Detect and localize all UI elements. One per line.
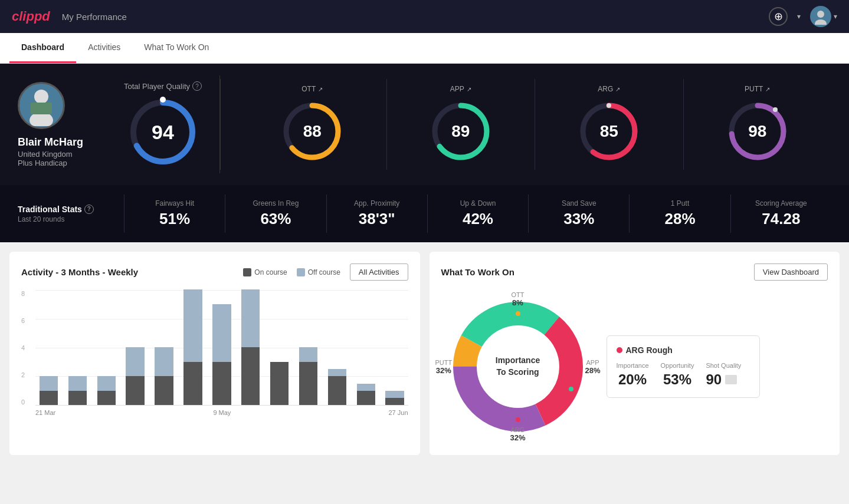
add-button[interactable]: ⊕ — [769, 7, 788, 26]
putt-ring: 98 — [725, 99, 790, 164]
on-course-icon — [243, 268, 251, 276]
y-axis-labels: 8 6 4 2 0 — [21, 290, 25, 406]
player-name: Blair McHarg — [18, 136, 83, 149]
tabs-nav: Dashboard Activities What To Work On — [0, 33, 849, 64]
chart-bars — [35, 290, 408, 406]
trad-1-putt: 1 Putt 28% — [629, 195, 730, 233]
main-content: Activity - 3 Months - Weekly On course O… — [0, 242, 849, 465]
header-right: ⊕ ▾ ▾ — [769, 6, 837, 27]
activity-header: Activity - 3 Months - Weekly On course O… — [21, 263, 408, 281]
legend-off-course: Off course — [297, 268, 340, 276]
bar-group-12 — [353, 384, 379, 406]
plus-icon: ⊕ — [774, 10, 783, 23]
total-quality-ring: 94 — [127, 97, 198, 167]
shot-quality-bar — [725, 375, 737, 384]
trad-greens-in-reg: Greens In Reg 63% — [225, 195, 326, 233]
player-photo — [24, 85, 59, 126]
svg-point-0 — [817, 11, 824, 18]
player-avatar — [18, 82, 65, 129]
logo-text: clippd — [12, 9, 50, 24]
bar-off-3 — [97, 376, 116, 391]
putt-label: PUTT ↗ — [745, 85, 770, 93]
activity-title: Activity - 3 Months - Weekly — [21, 267, 138, 277]
bar-group-5 — [151, 347, 178, 405]
user-dropdown-arrow: ▾ — [834, 12, 837, 21]
player-info: Blair McHarg United Kingdom Plus Handica… — [18, 82, 124, 167]
y-label-0: 0 — [21, 398, 25, 406]
donut-center: Importance To Scoring — [496, 355, 540, 378]
work-on-title: What To Work On — [441, 267, 514, 277]
bar-off-1 — [40, 376, 58, 391]
y-label-6: 6 — [21, 317, 25, 324]
total-quality-value: 94 — [152, 121, 174, 144]
bar-off-7 — [212, 304, 231, 362]
svg-point-25 — [569, 387, 573, 391]
arg-label: ARG ↗ — [598, 85, 620, 93]
tab-dashboard[interactable]: Dashboard — [9, 33, 76, 63]
donut-label-app: APP 28% — [585, 359, 600, 375]
quality-app: APP ↗ 89 — [387, 79, 536, 170]
activity-panel: Activity - 3 Months - Weekly On course O… — [9, 252, 420, 455]
x-label-may: 9 May — [213, 409, 231, 416]
quality-arg: ARG ↗ 85 — [535, 79, 684, 170]
header-left: clippd My Performance — [12, 9, 127, 24]
bar-on-9 — [270, 362, 289, 406]
info-card-name: ARG Rough — [626, 345, 673, 355]
app-value: 89 — [451, 122, 470, 141]
bar-off-4 — [126, 347, 144, 376]
putt-arrow-icon: ↗ — [765, 86, 770, 93]
logo: clippd — [12, 9, 50, 24]
bar-on-10 — [299, 362, 317, 406]
bar-off-13 — [385, 391, 404, 398]
avatar — [810, 6, 831, 27]
x-label-mar: 21 Mar — [35, 409, 55, 416]
donut-label-putt: PUTT 32% — [435, 359, 453, 375]
user-avatar-button[interactable]: ▾ — [810, 6, 837, 27]
info-dot-icon — [617, 347, 622, 353]
svg-point-15 — [607, 103, 611, 108]
donut-label-arg: ARG 32% — [510, 426, 525, 442]
bar-group-9 — [266, 362, 293, 406]
bar-group-1 — [35, 376, 62, 405]
bar-on-5 — [155, 376, 173, 405]
x-label-jun: 27 Jun — [388, 409, 408, 416]
svg-point-8 — [160, 97, 166, 103]
tab-activities[interactable]: Activities — [76, 33, 132, 63]
putt-value: 98 — [748, 122, 766, 141]
view-dashboard-button[interactable]: View Dashboard — [754, 263, 828, 281]
chart-legend: On course Off course — [243, 268, 340, 276]
bar-on-12 — [357, 391, 375, 406]
ott-value: 88 — [303, 122, 322, 141]
ott-ring: 88 — [280, 99, 345, 164]
app-ring: 89 — [428, 99, 493, 164]
total-quality-help[interactable]: ? — [192, 81, 202, 91]
bar-group-4 — [122, 347, 149, 405]
work-on-content: Importance To Scoring OTT 8% APP 28% ARG… — [441, 290, 828, 443]
bar-off-10 — [299, 347, 317, 362]
svg-point-24 — [516, 311, 520, 316]
trad-app-proximity: App. Proximity 38'3" — [326, 195, 427, 233]
header-title: My Performance — [62, 12, 127, 22]
bar-on-4 — [126, 376, 144, 405]
bar-group-11 — [324, 369, 350, 405]
trad-up-and-down: Up & Down 42% — [427, 195, 528, 233]
stats-panel: Blair McHarg United Kingdom Plus Handica… — [0, 64, 849, 185]
bar-off-12 — [357, 384, 375, 391]
off-course-icon — [297, 268, 305, 276]
bar-on-6 — [183, 362, 202, 406]
ott-label: OTT ↗ — [301, 85, 323, 93]
bar-off-6 — [183, 289, 202, 362]
bar-group-7 — [208, 304, 235, 406]
y-label-4: 4 — [21, 344, 25, 351]
bar-group-13 — [382, 391, 408, 405]
trad-stats-title: Traditional Stats — [18, 205, 82, 214]
legend-on-course: On course — [243, 268, 287, 276]
player-handicap: Plus Handicap — [18, 159, 67, 167]
bar-group-3 — [93, 376, 120, 405]
tab-what-to-work-on[interactable]: What To Work On — [132, 33, 221, 63]
all-activities-button[interactable]: All Activities — [350, 263, 408, 281]
svg-point-18 — [773, 107, 778, 112]
trad-stats-help[interactable]: ? — [84, 205, 94, 214]
add-dropdown-arrow[interactable]: ▾ — [797, 12, 801, 21]
bar-group-2 — [64, 376, 91, 405]
